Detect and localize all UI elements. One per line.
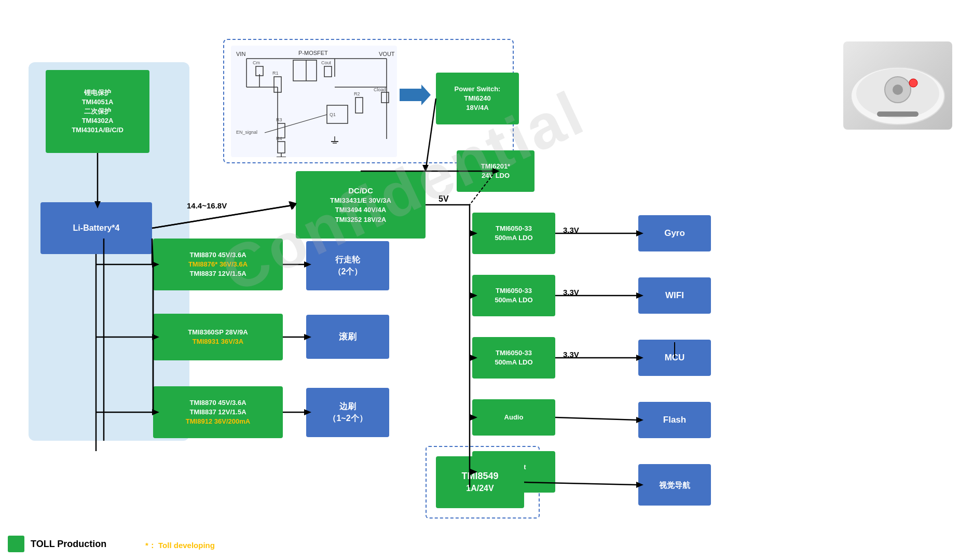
- svg-point-3: [893, 85, 903, 95]
- brush-roll-block: 滚刷: [306, 315, 389, 359]
- dcdc-block: DC/DC TMI33431/E 30V/3A TMI3494 40V/4A T…: [296, 171, 426, 239]
- legend-area: TOLL Production: [8, 536, 106, 552]
- motor-driver-2-block: TMI8360SP 28V/9A TMI8931 36V/3A: [153, 314, 283, 360]
- li-battery-block: Li-Battery*4: [40, 202, 152, 254]
- svg-text:Q1: Q1: [330, 112, 336, 117]
- svg-text:R2: R2: [354, 91, 360, 96]
- toll-developing-note: *： Toll developing: [145, 541, 215, 551]
- svg-text:VIN: VIN: [236, 51, 245, 57]
- audio-block: Audio: [472, 399, 555, 436]
- ldo-24v-block: TMI6201* 24V LDO: [457, 150, 535, 192]
- motor-driver-1-block: TMI8870 45V/3.6A TMI8876* 36V/3.6A TMI88…: [153, 239, 283, 290]
- legend-green-square: [8, 536, 24, 552]
- svg-text:EN_signal: EN_signal: [236, 130, 257, 135]
- tmi8549-block: TMI8549 1A/24V: [436, 456, 524, 508]
- svg-text:Cout: Cout: [321, 60, 332, 65]
- flash-block: Flash: [638, 402, 711, 438]
- svg-text:R4: R4: [276, 136, 282, 141]
- mcu-block: MCU: [638, 340, 711, 376]
- voltage-5v-label: 5V: [438, 194, 449, 204]
- svg-text:Cload: Cload: [374, 87, 386, 92]
- legend-label: TOLL Production: [31, 539, 106, 550]
- voltage-33-1-label: 3.3V: [563, 226, 579, 234]
- power-switch-block: Power Switch: TMI6240 18V/4A: [436, 73, 519, 124]
- brush-side-block: 边刷 （1~2个）: [306, 388, 389, 437]
- wifi-block: WIFI: [638, 277, 711, 314]
- circuit-diagram: VIN P-MOSFET VOUT Cm R1 Cout Cload Q1: [231, 46, 397, 157]
- svg-point-4: [909, 79, 917, 87]
- svg-text:R3: R3: [276, 117, 282, 122]
- ldo-33-1-block: TMI6050-33 500mA LDO: [472, 213, 555, 254]
- diagram-container: Confidential 锂电保护 TMI4051A 二次保护 TMI4302A…: [0, 0, 973, 560]
- gyro-block: Gyro: [638, 215, 711, 251]
- voltage-14-16-label: 14.4~16.8V: [187, 201, 227, 210]
- ldo-33-3-block: TMI6050-33 500mA LDO: [472, 337, 555, 379]
- svg-text:P-MOSFET: P-MOSFET: [298, 50, 328, 56]
- svg-rect-5: [877, 111, 919, 117]
- ldo-33-2-block: TMI6050-33 500mA LDO: [472, 275, 555, 316]
- motor-driver-3-block: TMI8870 45V/3.6A TMI8837 12V/1.5A TMI891…: [153, 386, 283, 438]
- svg-line-94: [555, 417, 637, 420]
- svg-text:R1: R1: [272, 71, 279, 76]
- voltage-33-2-label: 3.3V: [563, 288, 579, 297]
- wheel-block: 行走轮 （2个）: [306, 241, 389, 290]
- vision-block: 视觉导航: [638, 464, 711, 506]
- battery-protection-block: 锂电保护 TMI4051A 二次保护 TMI4302A TMI4301A/B/C…: [46, 70, 149, 153]
- robot-image: [843, 41, 952, 130]
- voltage-33-3-label: 3.3V: [563, 350, 579, 359]
- svg-marker-73: [289, 201, 296, 210]
- svg-text:VOUT: VOUT: [379, 51, 395, 57]
- svg-text:Cm: Cm: [253, 60, 260, 65]
